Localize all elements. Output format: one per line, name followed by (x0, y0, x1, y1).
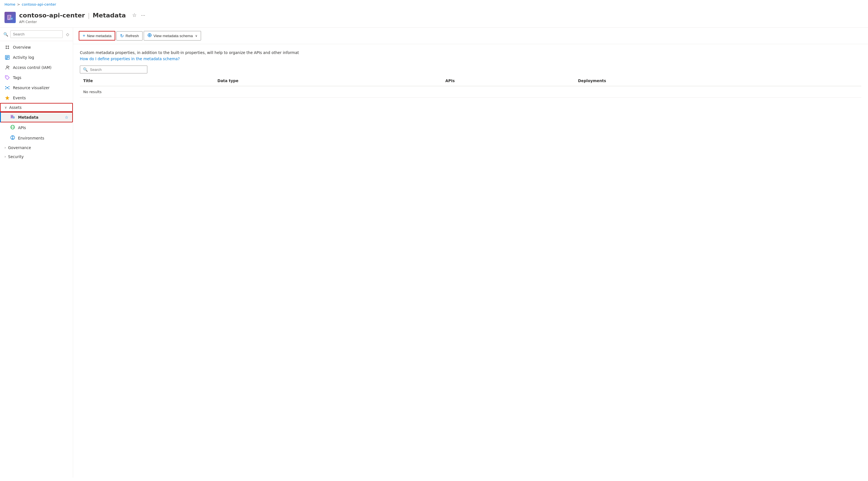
page-subtitle: API Center (19, 20, 147, 24)
table-search-input[interactable] (90, 67, 141, 72)
more-options-button[interactable]: ··· (140, 11, 147, 20)
breadcrumb-home[interactable]: Home (4, 2, 15, 6)
page-title-area: contoso-api-center | Metadata ☆ ··· API … (19, 11, 147, 24)
sidebar-item-resource-visualizer[interactable]: Resource visualizer (0, 83, 73, 93)
page-section-title: Metadata (93, 12, 126, 19)
view-schema-chevron-icon: ∨ (195, 34, 197, 38)
svg-rect-3 (8, 18, 9, 19)
sidebar-section-label-assets: Assets (9, 105, 22, 110)
svg-line-30 (7, 88, 9, 89)
svg-point-21 (6, 77, 7, 77)
events-icon (4, 95, 10, 101)
sidebar-item-environments[interactable]: Environments (0, 133, 73, 143)
breadcrumb-current[interactable]: contoso-api-center (22, 2, 56, 6)
overview-icon (4, 44, 10, 50)
main-layout: 🔍 ◇ 《 (0, 28, 868, 478)
sidebar-item-label-activity-log: Activity log (13, 55, 34, 60)
refresh-icon: ↻ (120, 33, 124, 38)
content-toolbar: + New metadata ↻ Refresh (73, 28, 868, 44)
sidebar: 🔍 ◇ 《 (0, 28, 73, 478)
sidebar-nav: Overview Activity log (0, 41, 73, 478)
sidebar-section-assets[interactable]: ∨ Assets (0, 103, 73, 112)
svg-rect-16 (6, 56, 9, 57)
sidebar-item-label-overview: Overview (13, 45, 31, 50)
resource-visualizer-icon (4, 85, 10, 91)
sidebar-item-apis[interactable]: APIs (0, 122, 73, 133)
refresh-label: Refresh (125, 34, 138, 38)
sidebar-item-tags[interactable]: Tags (0, 72, 73, 83)
svg-rect-17 (6, 57, 9, 58)
favorite-button[interactable]: ☆ (131, 11, 138, 20)
sidebar-section-governance[interactable]: › Governance (0, 143, 73, 152)
svg-rect-2 (8, 17, 10, 18)
page-header: contoso-api-center | Metadata ☆ ··· API … (0, 9, 868, 28)
no-results-row: No results (80, 86, 861, 98)
sidebar-search-area: 🔍 ◇ 《 (0, 28, 73, 41)
diamond-button[interactable]: ◇ (65, 31, 70, 38)
column-deployments: Deployments (575, 76, 861, 86)
sidebar-item-overview[interactable]: Overview (0, 42, 73, 52)
svg-rect-33 (11, 116, 13, 116)
svg-marker-31 (5, 96, 9, 100)
sidebar-search-input[interactable] (10, 30, 63, 38)
schema-icon (147, 33, 152, 38)
environments-icon (10, 135, 15, 141)
svg-rect-35 (11, 117, 12, 118)
help-link[interactable]: How do I define properties in the metada… (80, 57, 180, 61)
svg-rect-6 (11, 19, 12, 20)
sidebar-item-activity-log[interactable]: Activity log (0, 52, 73, 62)
page-icon (4, 12, 16, 23)
content-description: Custom metadata properties, in addition … (80, 50, 333, 55)
svg-rect-37 (13, 117, 14, 118)
page-title: contoso-api-center | Metadata ☆ ··· (19, 11, 147, 20)
sidebar-section-label-governance: Governance (8, 145, 31, 150)
resource-name: contoso-api-center (19, 12, 85, 19)
no-results-cell: No results (80, 86, 861, 98)
metadata-icon (10, 114, 15, 120)
column-data-type: Data type (214, 76, 442, 86)
sidebar-search-icon: 🔍 (3, 32, 8, 36)
svg-point-19 (6, 66, 8, 67)
content-area: + New metadata ↻ Refresh (73, 28, 868, 478)
svg-rect-18 (6, 59, 8, 59)
table-header: Title Data type APIs Deployments (80, 76, 861, 86)
sidebar-item-access-control[interactable]: Access control (IAM) (0, 62, 73, 72)
sidebar-item-label-metadata: Metadata (18, 115, 38, 120)
svg-line-28 (7, 87, 9, 88)
sidebar-item-label-resource-visualizer: Resource visualizer (13, 86, 50, 90)
title-separator: | (88, 12, 90, 19)
plus-icon: + (83, 33, 85, 38)
view-schema-button[interactable]: View metadata schema ∨ (144, 31, 201, 40)
sidebar-section-security[interactable]: › Security (0, 152, 73, 161)
access-control-icon (4, 65, 10, 70)
sidebar-item-label-tags: Tags (13, 76, 21, 80)
tags-icon (4, 75, 10, 81)
apis-icon (10, 125, 15, 130)
table-search-bar: 🔍 (80, 65, 861, 73)
sidebar-item-label-events: Events (13, 96, 26, 100)
security-chevron-icon: › (4, 155, 6, 159)
svg-rect-1 (8, 16, 10, 16)
svg-point-45 (149, 35, 150, 36)
table-body: No results (80, 86, 861, 98)
sidebar-item-label-access-control: Access control (IAM) (13, 65, 52, 70)
activity-log-icon (4, 55, 10, 60)
svg-rect-5 (11, 18, 12, 19)
svg-rect-34 (11, 116, 13, 117)
breadcrumb-separator: > (17, 2, 20, 6)
refresh-button[interactable]: ↻ Refresh (116, 31, 142, 40)
sidebar-item-label-environments: Environments (18, 136, 44, 140)
assets-chevron-icon: ∨ (4, 106, 7, 110)
header-actions: ☆ ··· (131, 11, 147, 20)
table-search-icon: 🔍 (83, 67, 88, 72)
table-search-container: 🔍 (80, 65, 147, 73)
new-metadata-button[interactable]: + New metadata (79, 31, 115, 40)
sidebar-item-events[interactable]: Events (0, 93, 73, 103)
column-apis: APIs (442, 76, 575, 86)
metadata-favorite-icon: ☆ (65, 115, 68, 120)
data-table: Title Data type APIs Deployments No resu… (80, 76, 861, 98)
sidebar-item-label-apis: APIs (18, 125, 26, 130)
sidebar-item-metadata[interactable]: Metadata ☆ (0, 112, 73, 122)
column-title: Title (80, 76, 214, 86)
sidebar-section-label-security: Security (8, 154, 24, 159)
